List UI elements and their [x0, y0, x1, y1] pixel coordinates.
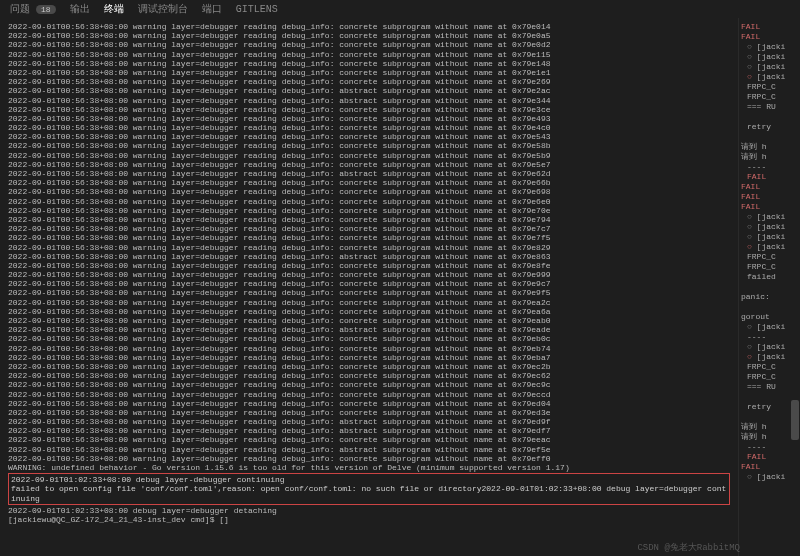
- log-line: 2022-09-01T00:56:38+08:00 warning layer=…: [8, 31, 730, 40]
- tab-problems[interactable]: 问题 18: [10, 2, 56, 16]
- log-line: 2022-09-01T00:56:38+08:00 warning layer=…: [8, 224, 730, 233]
- log-line: 2022-09-01T00:56:38+08:00 warning layer=…: [8, 325, 730, 334]
- tab-problems-label: 问题: [10, 4, 30, 15]
- log-line: 2022-09-01T00:56:38+08:00 warning layer=…: [8, 435, 730, 444]
- tab-terminal[interactable]: 终端: [104, 2, 124, 16]
- log-line: 2022-09-01T00:56:38+08:00 warning layer=…: [8, 105, 730, 114]
- log-line: 2022-09-01T00:56:38+08:00 warning layer=…: [8, 353, 730, 362]
- log-line: 2022-09-01T00:56:38+08:00 warning layer=…: [8, 243, 730, 252]
- tab-debug-console[interactable]: 调试控制台: [138, 2, 188, 16]
- log-line: 2022-09-01T00:56:38+08:00 warning layer=…: [8, 390, 730, 399]
- side-panel: FAIL FAIL [jacki [jacki [jacki [jacki FR…: [738, 18, 800, 556]
- hl-line-3: inuing: [11, 494, 727, 503]
- log-line: 2022-09-01T00:56:38+08:00 warning layer=…: [8, 187, 730, 196]
- go-version-warning: WARNING: undefined behavior - Go version…: [8, 463, 730, 472]
- detach-line: 2022-09-01T01:02:33+08:00 debug layer=de…: [8, 506, 730, 515]
- log-line: 2022-09-01T00:56:38+08:00 warning layer=…: [8, 114, 730, 123]
- log-line: 2022-09-01T00:56:38+08:00 warning layer=…: [8, 160, 730, 169]
- log-line: 2022-09-01T00:56:38+08:00 warning layer=…: [8, 307, 730, 316]
- log-line: 2022-09-01T00:56:38+08:00 warning layer=…: [8, 178, 730, 187]
- shell-prompt[interactable]: [jackiewu@QC_GZ-172_24_21_43-inst_dev cm…: [8, 515, 730, 524]
- hl-line-2: failed to open config file 'conf/conf.to…: [11, 484, 727, 493]
- tab-gitlens[interactable]: GITLENS: [236, 4, 278, 15]
- log-line: 2022-09-01T00:56:38+08:00 warning layer=…: [8, 197, 730, 206]
- log-line: 2022-09-01T00:56:38+08:00 warning layer=…: [8, 68, 730, 77]
- log-line: 2022-09-01T00:56:38+08:00 warning layer=…: [8, 399, 730, 408]
- log-line: 2022-09-01T00:56:38+08:00 warning layer=…: [8, 334, 730, 343]
- log-line: 2022-09-01T00:56:38+08:00 warning layer=…: [8, 233, 730, 242]
- log-line: 2022-09-01T00:56:38+08:00 warning layer=…: [8, 371, 730, 380]
- log-line: 2022-09-01T00:56:38+08:00 warning layer=…: [8, 151, 730, 160]
- log-line: 2022-09-01T00:56:38+08:00 warning layer=…: [8, 40, 730, 49]
- log-line: 2022-09-01T00:56:38+08:00 warning layer=…: [8, 270, 730, 279]
- log-line: 2022-09-01T00:56:38+08:00 warning layer=…: [8, 344, 730, 353]
- log-line: 2022-09-01T00:56:38+08:00 warning layer=…: [8, 141, 730, 150]
- tab-output[interactable]: 输出: [70, 2, 90, 16]
- log-line: 2022-09-01T00:56:38+08:00 warning layer=…: [8, 261, 730, 270]
- log-lines: 2022-09-01T00:56:38+08:00 warning layer=…: [8, 22, 730, 463]
- log-line: 2022-09-01T00:56:38+08:00 warning layer=…: [8, 417, 730, 426]
- log-line: 2022-09-01T00:56:38+08:00 warning layer=…: [8, 408, 730, 417]
- watermark: CSDN @兔老大RabbitMQ: [637, 541, 740, 554]
- log-line: 2022-09-01T00:56:38+08:00 warning layer=…: [8, 59, 730, 68]
- log-line: 2022-09-01T00:56:38+08:00 warning layer=…: [8, 288, 730, 297]
- log-line: 2022-09-01T00:56:38+08:00 warning layer=…: [8, 298, 730, 307]
- log-line: 2022-09-01T00:56:38+08:00 warning layer=…: [8, 252, 730, 261]
- side-scroll-thumb[interactable]: [791, 400, 799, 440]
- log-line: 2022-09-01T00:56:38+08:00 warning layer=…: [8, 123, 730, 132]
- side-scrollbar[interactable]: [790, 18, 800, 556]
- panel-tabs: 问题 18 输出 终端 调试控制台 端口 GITLENS: [0, 0, 800, 18]
- error-highlight-box: 2022-09-01T01:02:33+08:00 debug layer-de…: [8, 473, 730, 505]
- log-line: 2022-09-01T00:56:38+08:00 warning layer=…: [8, 380, 730, 389]
- log-line: 2022-09-01T00:56:38+08:00 warning layer=…: [8, 22, 730, 31]
- log-line: 2022-09-01T00:56:38+08:00 warning layer=…: [8, 426, 730, 435]
- log-line: 2022-09-01T00:56:38+08:00 warning layer=…: [8, 50, 730, 59]
- log-line: 2022-09-01T00:56:38+08:00 warning layer=…: [8, 206, 730, 215]
- log-line: 2022-09-01T00:56:38+08:00 warning layer=…: [8, 279, 730, 288]
- log-line: 2022-09-01T00:56:38+08:00 warning layer=…: [8, 362, 730, 371]
- log-line: 2022-09-01T00:56:38+08:00 warning layer=…: [8, 215, 730, 224]
- tab-ports[interactable]: 端口: [202, 2, 222, 16]
- log-line: 2022-09-01T00:56:38+08:00 warning layer=…: [8, 454, 730, 463]
- problems-count-badge: 18: [36, 5, 56, 14]
- log-line: 2022-09-01T00:56:38+08:00 warning layer=…: [8, 316, 730, 325]
- log-line: 2022-09-01T00:56:38+08:00 warning layer=…: [8, 132, 730, 141]
- terminal-output[interactable]: 2022-09-01T00:56:38+08:00 warning layer=…: [0, 18, 738, 556]
- log-line: 2022-09-01T00:56:38+08:00 warning layer=…: [8, 96, 730, 105]
- log-line: 2022-09-01T00:56:38+08:00 warning layer=…: [8, 77, 730, 86]
- main-area: 2022-09-01T00:56:38+08:00 warning layer=…: [0, 18, 800, 556]
- log-line: 2022-09-01T00:56:38+08:00 warning layer=…: [8, 86, 730, 95]
- log-line: 2022-09-01T00:56:38+08:00 warning layer=…: [8, 445, 730, 454]
- hl-line-1: 2022-09-01T01:02:33+08:00 debug layer-de…: [11, 475, 727, 484]
- log-line: 2022-09-01T00:56:38+08:00 warning layer=…: [8, 169, 730, 178]
